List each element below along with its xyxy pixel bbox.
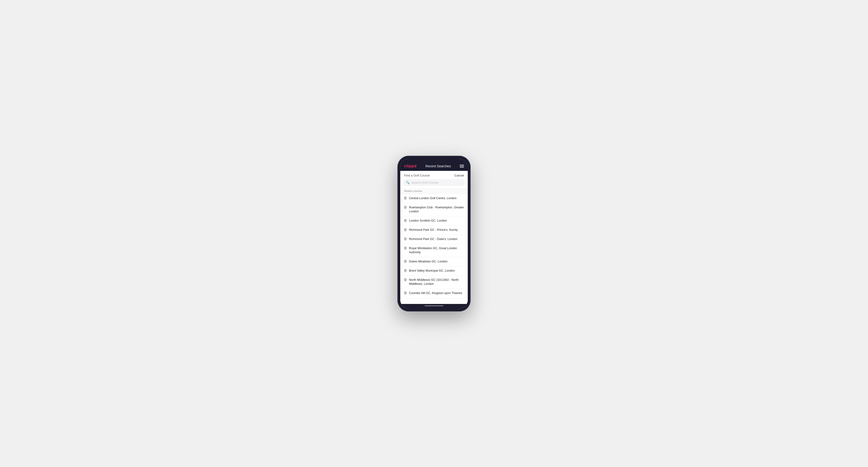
location-pin-icon bbox=[404, 269, 407, 273]
course-name: Dukes Meadows GC, London bbox=[409, 259, 447, 264]
list-item[interactable]: Richmond Park GC - Prince's, Surrey bbox=[400, 226, 468, 235]
status-bar bbox=[400, 159, 468, 162]
list-item[interactable]: Brent Valley Municipal GC, London bbox=[400, 267, 468, 276]
phone-frame: clippd Recent Searches Find a Golf Cours… bbox=[397, 156, 471, 311]
course-name: North Middlesex GC (1011942 - North Midd… bbox=[409, 278, 464, 286]
location-pin-icon bbox=[404, 247, 407, 251]
location-pin-icon bbox=[404, 278, 407, 282]
menu-bar-3 bbox=[460, 167, 464, 167]
list-item[interactable]: Royal Wimbledon GC, Great London Authori… bbox=[400, 244, 468, 257]
course-name: Roehampton Club - Roehampton, Greater Lo… bbox=[409, 206, 464, 214]
list-item[interactable]: Central London Golf Centre, London bbox=[400, 194, 468, 203]
hamburger-menu-icon[interactable] bbox=[460, 165, 464, 167]
nearby-courses-label: Nearby courses bbox=[400, 188, 468, 194]
phone-screen: clippd Recent Searches Find a Golf Cours… bbox=[400, 159, 468, 309]
find-title: Find a Golf Course bbox=[404, 174, 430, 177]
list-item[interactable]: North Middlesex GC (1011942 - North Midd… bbox=[400, 276, 468, 289]
location-pin-icon bbox=[404, 228, 407, 232]
location-pin-icon bbox=[404, 260, 407, 264]
location-pin-icon bbox=[404, 206, 407, 210]
location-pin-icon bbox=[404, 196, 407, 200]
course-name: Richmond Park GC - Duke's, London bbox=[409, 237, 457, 241]
list-item[interactable]: Roehampton Club - Roehampton, Greater Lo… bbox=[400, 203, 468, 216]
course-name: Royal Wimbledon GC, Great London Authori… bbox=[409, 246, 464, 255]
nav-bar: clippd Recent Searches bbox=[400, 162, 468, 171]
main-content: Find a Golf Course Cancel 🔍 Nearby cours… bbox=[400, 171, 468, 304]
find-header: Find a Golf Course Cancel bbox=[400, 171, 468, 179]
home-bar bbox=[425, 305, 443, 306]
location-pin-icon bbox=[404, 238, 407, 241]
app-logo: clippd bbox=[404, 164, 416, 168]
location-pin-icon bbox=[404, 291, 407, 295]
cancel-button[interactable]: Cancel bbox=[455, 174, 464, 177]
home-indicator bbox=[400, 304, 468, 309]
course-name: Brent Valley Municipal GC, London bbox=[409, 269, 455, 273]
list-item[interactable]: Coombe Hill GC, Kingston upon Thames bbox=[400, 289, 468, 298]
location-pin-icon bbox=[404, 219, 407, 223]
course-name: Richmond Park GC - Prince's, Surrey bbox=[409, 228, 458, 232]
course-name: London Scottish GC, London bbox=[409, 219, 447, 223]
menu-bar-1 bbox=[460, 165, 464, 165]
menu-bar-2 bbox=[460, 166, 464, 166]
course-name: Central London Golf Centre, London bbox=[409, 196, 457, 200]
nav-title: Recent Searches bbox=[426, 164, 451, 168]
search-icon: 🔍 bbox=[406, 181, 410, 184]
list-item[interactable]: Richmond Park GC - Duke's, London bbox=[400, 235, 468, 244]
search-input[interactable] bbox=[411, 181, 462, 184]
course-name: Coombe Hill GC, Kingston upon Thames bbox=[409, 291, 462, 295]
search-box: 🔍 bbox=[403, 179, 465, 186]
course-list: Central London Golf Centre, London Roeha… bbox=[400, 194, 468, 304]
list-item[interactable]: London Scottish GC, London bbox=[400, 216, 468, 226]
list-item[interactable]: Dukes Meadows GC, London bbox=[400, 257, 468, 267]
